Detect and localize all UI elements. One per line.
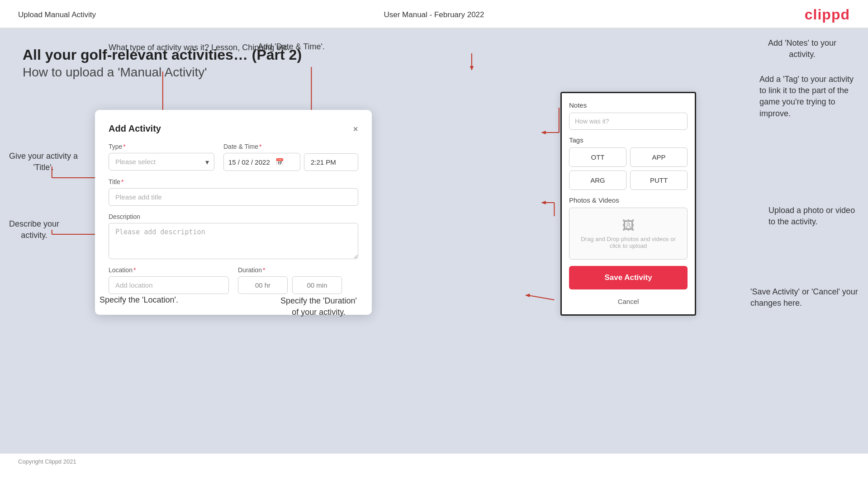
duration-min-input[interactable]	[292, 276, 342, 294]
form-row-location-duration: Location* Duration*	[109, 266, 358, 294]
form-group-type: Type* Please select	[109, 143, 214, 171]
add-activity-modal: Add Activity × Type* Please select Date …	[95, 110, 372, 315]
description-textarea[interactable]	[109, 223, 358, 259]
title-label: Title*	[109, 178, 358, 185]
svg-marker-25	[541, 201, 545, 204]
type-select[interactable]: Please select	[109, 153, 214, 171]
modal-close-button[interactable]: ×	[353, 124, 358, 133]
footer: Copyright Clippd 2021	[0, 454, 868, 469]
modal-header: Add Activity ×	[109, 123, 358, 134]
page-title-sub: How to upload a 'Manual Activity'	[23, 65, 845, 80]
tag-arg[interactable]: ARG	[569, 171, 626, 190]
photos-upload-area[interactable]: 🖼 Drag and Drop photos and videos or cli…	[569, 208, 688, 260]
svg-line-26	[528, 295, 554, 300]
upload-text: Drag and Drop photos and videos or click…	[577, 236, 680, 249]
annotation-give-title: Give your activity a'Title'.	[9, 151, 78, 173]
location-input[interactable]	[109, 276, 229, 294]
cancel-link[interactable]: Cancel	[569, 296, 688, 307]
type-select-wrapper[interactable]: Please select	[109, 153, 214, 171]
form-group-date: Date & Time* 15 / 02 / 2022 📅	[223, 143, 358, 171]
phone-panel: Notes Tags OTT APP ARG PUTT Photos & Vid…	[560, 92, 696, 316]
logo: clippd	[805, 6, 850, 23]
page-label: Upload Manual Activity	[18, 10, 96, 19]
annotation-date-time: Add 'Date & Time'.	[258, 42, 325, 52]
date-input[interactable]: 15 / 02 / 2022 📅	[223, 153, 300, 171]
photos-label: Photos & Videos	[569, 196, 688, 204]
svg-marker-22	[541, 131, 545, 134]
tag-app[interactable]: APP	[630, 147, 688, 167]
svg-marker-27	[525, 294, 530, 297]
copyright: Copyright Clippd 2021	[18, 458, 76, 465]
annotation-location: Specify the 'Location'.	[100, 295, 178, 305]
location-label: Location*	[109, 266, 229, 274]
save-activity-button[interactable]: Save Activity	[569, 266, 688, 289]
type-label: Type*	[109, 143, 214, 150]
form-group-description: Description	[109, 213, 358, 259]
annotation-duration: Specify the 'Duration'of your activity.	[280, 295, 357, 318]
main-content: All your golf-relevant activities… (Part…	[0, 28, 868, 454]
form-row-type-date: Type* Please select Date & Time* 15 / 02…	[109, 143, 358, 171]
notes-label: Notes	[569, 101, 688, 109]
phone-panel-inner: Notes Tags OTT APP ARG PUTT Photos & Vid…	[562, 93, 695, 314]
notes-input[interactable]	[569, 113, 688, 130]
time-input[interactable]	[304, 153, 358, 171]
form-group-duration: Duration*	[238, 266, 358, 294]
duration-hr-input[interactable]	[238, 276, 288, 294]
modal-title: Add Activity	[109, 123, 161, 134]
annotation-describe: Describe youractivity.	[9, 218, 59, 241]
tag-ott[interactable]: OTT	[569, 147, 626, 167]
annotation-tag: Add a 'Tag' to your activity to link it …	[759, 74, 859, 119]
annotation-upload: Upload a photo or video to the activity.	[768, 205, 859, 227]
form-group-title: Title*	[109, 178, 358, 206]
date-time-group: 15 / 02 / 2022 📅	[223, 153, 358, 171]
annotation-notes: Add 'Notes' to youractivity.	[768, 38, 836, 60]
date-label: Date & Time*	[223, 143, 358, 150]
annotation-save: 'Save Activity' or 'Cancel' your changes…	[750, 286, 859, 309]
tag-putt[interactable]: PUTT	[630, 171, 688, 190]
title-input[interactable]	[109, 188, 358, 206]
duration-group	[238, 276, 358, 294]
tags-label: Tags	[569, 136, 688, 144]
calendar-icon: 📅	[275, 158, 284, 166]
form-group-location: Location*	[109, 266, 229, 294]
upload-icon: 🖼	[622, 218, 635, 233]
top-bar: Upload Manual Activity User Manual - Feb…	[0, 0, 868, 28]
duration-label: Duration*	[238, 266, 358, 274]
description-label: Description	[109, 213, 358, 220]
manual-label: User Manual - February 2022	[384, 10, 484, 19]
tags-grid: OTT APP ARG PUTT	[569, 147, 688, 190]
